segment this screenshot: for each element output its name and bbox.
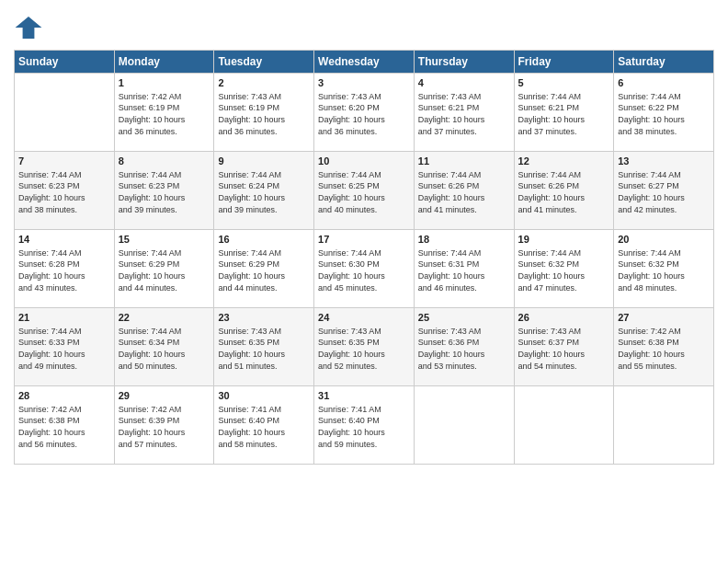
day-number: 10 [318,155,410,168]
day-info: Sunrise: 7:43 AMSunset: 6:20 PMDaylight:… [318,91,410,137]
day-number: 22 [119,311,210,325]
calendar-week-2: 7Sunrise: 7:44 AMSunset: 6:23 PMDaylight… [15,152,714,230]
calendar-cell: 21Sunrise: 7:44 AMSunset: 6:33 PMDayligh… [15,308,115,386]
calendar-body: 1Sunrise: 7:42 AMSunset: 6:19 PMDaylight… [15,74,714,465]
day-number: 24 [318,311,410,325]
calendar-cell: 4Sunrise: 7:43 AMSunset: 6:21 PMDaylight… [414,74,514,152]
calendar-cell: 6Sunrise: 7:44 AMSunset: 6:22 PMDaylight… [614,74,714,152]
svg-marker-0 [16,17,42,39]
calendar-cell: 7Sunrise: 7:44 AMSunset: 6:23 PMDaylight… [15,152,115,230]
day-number: 27 [618,311,710,325]
day-number: 9 [218,155,310,168]
logo [14,13,47,42]
calendar-cell: 14Sunrise: 7:44 AMSunset: 6:28 PMDayligh… [15,230,115,308]
day-info: Sunrise: 7:44 AMSunset: 6:23 PMDaylight:… [119,169,210,215]
calendar-cell: 9Sunrise: 7:44 AMSunset: 6:24 PMDaylight… [214,152,314,230]
day-number: 25 [418,311,510,325]
weekday-header-sunday: Sunday [15,51,115,74]
day-info: Sunrise: 7:44 AMSunset: 6:33 PMDaylight:… [18,326,110,372]
day-number: 26 [518,311,610,325]
calendar-cell [614,386,714,465]
day-info: Sunrise: 7:44 AMSunset: 6:23 PMDaylight:… [18,169,110,215]
day-number: 5 [518,76,610,90]
calendar-page: SundayMondayTuesdayWednesdayThursdayFrid… [0,0,728,563]
calendar-week-5: 28Sunrise: 7:42 AMSunset: 6:38 PMDayligh… [15,386,714,465]
calendar-week-3: 14Sunrise: 7:44 AMSunset: 6:28 PMDayligh… [15,230,714,308]
day-info: Sunrise: 7:44 AMSunset: 6:26 PMDaylight:… [418,169,510,215]
day-number: 31 [318,389,410,403]
day-info: Sunrise: 7:44 AMSunset: 6:31 PMDaylight:… [418,247,510,293]
day-number: 1 [119,76,210,90]
day-number: 12 [518,155,610,168]
day-info: Sunrise: 7:42 AMSunset: 6:38 PMDaylight:… [18,404,110,450]
day-info: Sunrise: 7:44 AMSunset: 6:29 PMDaylight:… [119,247,210,293]
day-number: 4 [418,76,510,90]
day-info: Sunrise: 7:44 AMSunset: 6:32 PMDaylight:… [618,247,710,293]
day-info: Sunrise: 7:44 AMSunset: 6:21 PMDaylight:… [518,91,610,137]
calendar-cell: 23Sunrise: 7:43 AMSunset: 6:35 PMDayligh… [214,308,314,386]
day-number: 19 [518,233,610,247]
day-info: Sunrise: 7:42 AMSunset: 6:39 PMDaylight:… [119,404,210,450]
day-number: 17 [318,233,410,247]
calendar-cell: 15Sunrise: 7:44 AMSunset: 6:29 PMDayligh… [114,230,214,308]
weekday-header-saturday: Saturday [614,51,714,74]
day-number: 7 [18,155,110,168]
day-number: 14 [18,233,110,247]
day-info: Sunrise: 7:44 AMSunset: 6:29 PMDaylight:… [218,247,310,293]
day-info: Sunrise: 7:44 AMSunset: 6:34 PMDaylight:… [119,326,210,372]
day-info: Sunrise: 7:43 AMSunset: 6:37 PMDaylight:… [518,326,610,372]
day-info: Sunrise: 7:44 AMSunset: 6:26 PMDaylight:… [518,169,610,215]
day-number: 29 [119,389,210,403]
calendar-cell: 19Sunrise: 7:44 AMSunset: 6:32 PMDayligh… [514,230,614,308]
calendar-cell: 22Sunrise: 7:44 AMSunset: 6:34 PMDayligh… [114,308,214,386]
day-number: 23 [218,311,310,325]
calendar-cell: 25Sunrise: 7:43 AMSunset: 6:36 PMDayligh… [414,308,514,386]
day-info: Sunrise: 7:44 AMSunset: 6:22 PMDaylight:… [618,91,710,137]
calendar-cell: 11Sunrise: 7:44 AMSunset: 6:26 PMDayligh… [414,152,514,230]
calendar-cell: 8Sunrise: 7:44 AMSunset: 6:23 PMDaylight… [114,152,214,230]
calendar-week-1: 1Sunrise: 7:42 AMSunset: 6:19 PMDaylight… [15,74,714,152]
day-info: Sunrise: 7:44 AMSunset: 6:27 PMDaylight:… [618,169,710,215]
weekday-header-thursday: Thursday [414,51,514,74]
calendar-cell: 2Sunrise: 7:43 AMSunset: 6:19 PMDaylight… [214,74,314,152]
day-number: 28 [18,389,110,403]
calendar-cell: 1Sunrise: 7:42 AMSunset: 6:19 PMDaylight… [114,74,214,152]
day-number: 13 [618,155,710,168]
calendar-cell: 29Sunrise: 7:42 AMSunset: 6:39 PMDayligh… [114,386,214,465]
day-number: 2 [218,76,310,90]
calendar-table: SundayMondayTuesdayWednesdayThursdayFrid… [14,50,714,465]
calendar-cell [514,386,614,465]
calendar-cell: 28Sunrise: 7:42 AMSunset: 6:38 PMDayligh… [15,386,115,465]
calendar-cell: 5Sunrise: 7:44 AMSunset: 6:21 PMDaylight… [514,74,614,152]
day-info: Sunrise: 7:43 AMSunset: 6:35 PMDaylight:… [318,326,410,372]
calendar-cell [15,74,115,152]
day-info: Sunrise: 7:43 AMSunset: 6:36 PMDaylight:… [418,326,510,372]
day-number: 3 [318,76,410,90]
calendar-cell: 10Sunrise: 7:44 AMSunset: 6:25 PMDayligh… [314,152,415,230]
calendar-cell: 16Sunrise: 7:44 AMSunset: 6:29 PMDayligh… [214,230,314,308]
day-number: 20 [618,233,710,247]
weekday-header-row: SundayMondayTuesdayWednesdayThursdayFrid… [15,51,714,74]
day-info: Sunrise: 7:43 AMSunset: 6:35 PMDaylight:… [218,326,310,372]
weekday-header-tuesday: Tuesday [214,51,314,74]
weekday-header-wednesday: Wednesday [314,51,415,74]
weekday-header-monday: Monday [114,51,214,74]
day-info: Sunrise: 7:44 AMSunset: 6:32 PMDaylight:… [518,247,610,293]
day-number: 16 [218,233,310,247]
day-info: Sunrise: 7:44 AMSunset: 6:25 PMDaylight:… [318,169,410,215]
calendar-week-4: 21Sunrise: 7:44 AMSunset: 6:33 PMDayligh… [15,308,714,386]
day-number: 15 [119,233,210,247]
day-info: Sunrise: 7:44 AMSunset: 6:24 PMDaylight:… [218,169,310,215]
calendar-cell: 3Sunrise: 7:43 AMSunset: 6:20 PMDaylight… [314,74,415,152]
day-info: Sunrise: 7:43 AMSunset: 6:19 PMDaylight:… [218,91,310,137]
calendar-cell: 13Sunrise: 7:44 AMSunset: 6:27 PMDayligh… [614,152,714,230]
calendar-cell: 12Sunrise: 7:44 AMSunset: 6:26 PMDayligh… [514,152,614,230]
day-number: 30 [218,389,310,403]
calendar-cell: 20Sunrise: 7:44 AMSunset: 6:32 PMDayligh… [614,230,714,308]
day-number: 8 [119,155,210,168]
calendar-cell: 30Sunrise: 7:41 AMSunset: 6:40 PMDayligh… [214,386,314,465]
day-info: Sunrise: 7:44 AMSunset: 6:30 PMDaylight:… [318,247,410,293]
day-info: Sunrise: 7:42 AMSunset: 6:19 PMDaylight:… [119,91,210,137]
day-info: Sunrise: 7:41 AMSunset: 6:40 PMDaylight:… [318,404,410,450]
calendar-cell: 31Sunrise: 7:41 AMSunset: 6:40 PMDayligh… [314,386,415,465]
